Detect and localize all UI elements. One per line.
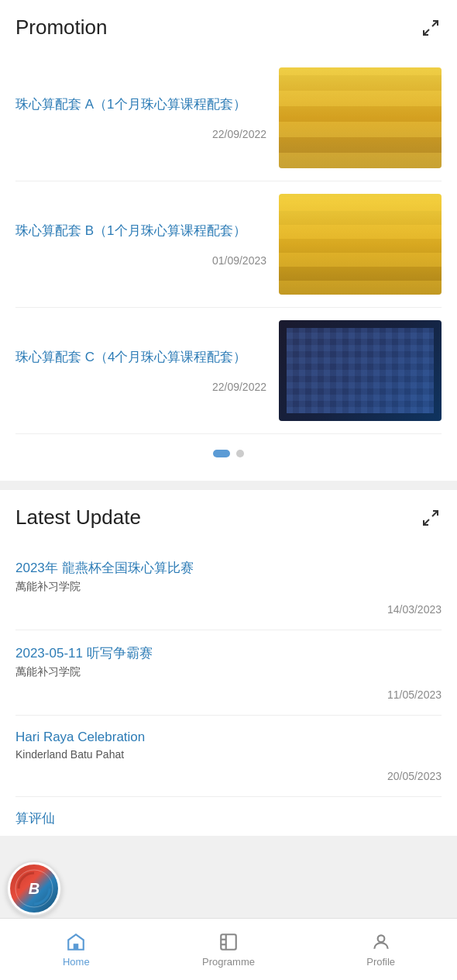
bottom-navigation: Home Programme Profile [0,918,457,980]
latest-update-header: Latest Update [15,506,442,530]
latest-update-title: Latest Update [15,506,141,530]
programme-icon [218,931,239,953]
promotion-section: Promotion 珠心算配套 A（1个月珠心算课程配套） 22/09/2022 [0,0,457,481]
home-icon [65,931,87,953]
logo-letter: B [10,864,58,913]
update-date-1: 14/03/2023 [15,603,442,616]
promo-image-1 [279,67,442,168]
promo-item-3[interactable]: 珠心算配套 C（4个月珠心算课程配套） 22/09/2022 [15,308,442,434]
promo-date-2: 01/09/2023 [15,254,266,267]
pagination-dot-active[interactable] [213,450,230,457]
svg-line-0 [432,21,438,26]
promo-date-3: 22/09/2022 [15,381,266,393]
update-item-3[interactable]: Hari Raya Celebration Kinderland Batu Pa… [15,716,442,797]
nav-item-profile[interactable]: Profile [304,919,457,980]
nav-item-programme[interactable]: Programme [153,919,305,980]
update-item-2[interactable]: 2023-05-11 听写争霸赛 萬能补习学院 11/05/2023 [15,630,442,716]
update-item-partial[interactable]: 算评仙 [15,797,442,836]
svg-line-2 [432,511,438,516]
update-org-2: 萬能补习学院 [15,665,442,679]
page-content: Promotion 珠心算配套 A（1个月珠心算课程配套） 22/09/2022 [0,0,457,898]
update-title-partial: 算评仙 [15,809,442,827]
update-title-3: Hari Raya Celebration [15,730,442,745]
svg-point-11 [377,935,384,942]
promo-text-1: 珠心算配套 A（1个月珠心算课程配套） 22/09/2022 [15,95,279,140]
update-title-1: 2023年 龍燕杯全国珠心算比赛 [15,559,442,577]
update-date-2: 11/05/2023 [15,688,442,701]
update-org-3: Kinderland Batu Pahat [15,748,442,761]
update-org-1: 萬能补习学院 [15,580,442,594]
promo-item-1[interactable]: 珠心算配套 A（1个月珠心算课程配套） 22/09/2022 [15,55,442,181]
update-item-1[interactable]: 2023年 龍燕杯全国珠心算比赛 萬能补习学院 14/03/2023 [15,545,442,630]
svg-text:B: B [29,880,40,897]
latest-update-expand-icon[interactable] [420,507,442,529]
nav-label-home: Home [63,956,90,968]
nav-label-programme: Programme [202,956,255,968]
promo-date-1: 22/09/2022 [15,128,266,140]
promotion-expand-icon[interactable] [420,17,442,39]
svg-rect-6 [74,944,79,950]
profile-icon [370,931,392,953]
promotion-title: Promotion [15,16,108,40]
promotion-header: Promotion [15,16,442,40]
promo-text-3: 珠心算配套 C（4个月珠心算课程配套） 22/09/2022 [15,348,279,393]
svg-line-3 [424,519,429,525]
pagination-dots [15,450,442,457]
promo-title-1: 珠心算配套 A（1个月珠心算课程配套） [15,95,266,114]
update-title-2: 2023-05-11 听写争霸赛 [15,644,442,662]
promo-image-3 [279,320,442,421]
nav-label-profile: Profile [366,956,395,968]
update-date-3: 20/05/2023 [15,770,442,782]
pagination-dot-inactive[interactable] [236,450,244,457]
nav-item-home[interactable]: Home [0,919,153,980]
promo-image-2 [279,194,442,295]
svg-rect-7 [221,934,236,950]
promo-title-2: 珠心算配套 B（1个月珠心算课程配套） [15,222,266,240]
promo-text-2: 珠心算配套 B（1个月珠心算课程配套） 01/09/2023 [15,222,279,267]
promo-title-3: 珠心算配套 C（4个月珠心算课程配套） [15,348,266,367]
app-logo: B [6,861,62,916]
svg-line-1 [424,29,429,35]
promo-item-2[interactable]: 珠心算配套 B（1个月珠心算课程配套） 01/09/2023 [15,181,442,308]
latest-update-section: Latest Update 2023年 龍燕杯全国珠心算比赛 萬能补习学院 14… [0,490,457,836]
